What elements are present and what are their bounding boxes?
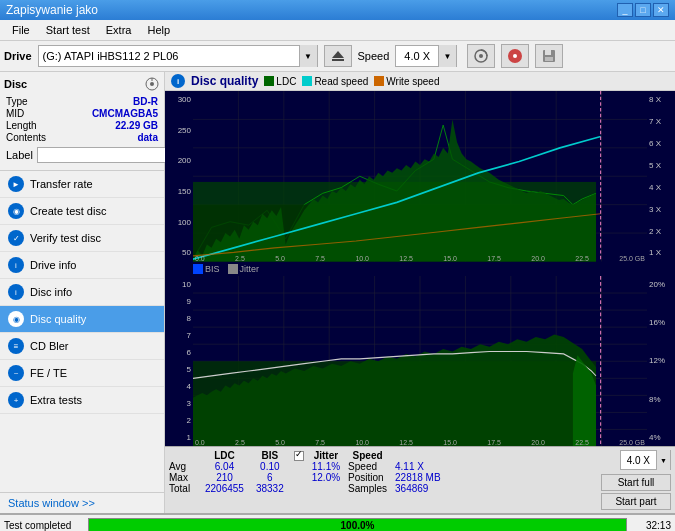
start-part-button[interactable]: Start part <box>601 493 671 510</box>
drive-info-icon: i <box>8 257 24 273</box>
svg-rect-8 <box>545 57 553 61</box>
x2-225: 22.5 <box>575 439 589 446</box>
disc-quality-icon-header: i <box>171 74 185 88</box>
chart1-svg <box>193 91 647 262</box>
stats-header-speed: Speed <box>344 450 391 461</box>
stats-avg-jitter: 11.1% <box>308 461 344 472</box>
progress-bar-text: 100.0% <box>89 519 626 531</box>
y2-10: 10 <box>165 280 191 289</box>
y1-100: 100 <box>165 218 191 227</box>
create-test-disc-icon: ◉ <box>8 203 24 219</box>
sidebar-item-extra-tests-label: Extra tests <box>30 394 82 406</box>
stats-row-total: Total 2206455 38332 Samples 364869 <box>169 483 445 494</box>
chart2-svg-area: 0.0 2.5 5.0 7.5 10.0 12.5 15.0 17.5 20.0… <box>193 276 647 447</box>
svg-rect-7 <box>545 50 551 55</box>
drive-bar: Drive (G:) ATAPI iHBS112 2 PL06 ▼ Speed … <box>0 41 675 72</box>
yr1-5x: 5 X <box>649 161 675 170</box>
chart2-y-axis-left: 10 9 8 7 6 5 4 3 2 1 <box>165 276 193 447</box>
sidebar-item-cd-bler[interactable]: ≡ CD Bler <box>0 333 164 360</box>
sidebar-item-disc-info-label: Disc info <box>30 286 72 298</box>
y2-7: 7 <box>165 331 191 340</box>
jitter-checkbox[interactable]: ✓ <box>294 451 304 461</box>
disc-label-input[interactable] <box>37 147 166 163</box>
sidebar-item-disc-quality[interactable]: ◉ Disc quality <box>0 306 164 333</box>
x2-125: 12.5 <box>399 439 413 446</box>
disc-mid-label: MID <box>6 108 24 119</box>
sidebar-item-verify-test-disc[interactable]: ✓ Verify test disc <box>0 225 164 252</box>
x1-225: 22.5 <box>575 255 589 262</box>
sidebar-item-disc-info[interactable]: i Disc info <box>0 279 164 306</box>
speed-select-arrow[interactable]: ▼ <box>656 450 670 470</box>
svg-point-5 <box>513 54 517 58</box>
stats-avg-bis: 0.10 <box>250 461 290 472</box>
sidebar-item-fe-te[interactable]: ~ FE / TE <box>0 360 164 387</box>
chart1-svg-area: 0.0 2.5 5.0 7.5 10.0 12.5 15.0 17.5 20.0… <box>193 91 647 262</box>
title-bar: Zapisywanie jako _ □ ✕ <box>0 0 675 20</box>
status-window-button[interactable]: Status window >> <box>0 492 164 513</box>
stats-bar: LDC BIS ✓ Jitter Speed Avg 6 <box>165 446 675 513</box>
speed-dropdown-arrow[interactable]: ▼ <box>438 45 456 67</box>
stats-position-label: Position <box>344 472 391 483</box>
close-button[interactable]: ✕ <box>653 3 669 17</box>
stats-row-max: Max 210 6 12.0% Position 22818 MB <box>169 472 445 483</box>
speed-label: Speed <box>358 50 390 62</box>
status-text: Test completed <box>4 520 84 531</box>
disc-label-label: Label <box>6 149 33 161</box>
save-icon-button[interactable] <box>535 44 563 68</box>
chart1-container: 300 250 200 150 100 50 <box>165 91 675 262</box>
sidebar-item-disc-quality-label: Disc quality <box>30 313 86 325</box>
disc-mid-row: MID CMCMAGBA5 <box>4 108 160 119</box>
x1-75: 7.5 <box>315 255 325 262</box>
disc-contents-label: Contents <box>6 132 46 143</box>
stats-speed-label2: Speed <box>344 461 391 472</box>
sidebar-item-extra-tests[interactable]: + Extra tests <box>0 387 164 414</box>
disc-section-header: Disc <box>4 76 160 92</box>
yr2-12: 12% <box>649 356 675 365</box>
stats-position-value: 22818 MB <box>391 472 445 483</box>
disc-contents-value: data <box>137 132 158 143</box>
chart2-legend: BIS Jitter <box>165 262 675 276</box>
spin-icon-button[interactable] <box>467 44 495 68</box>
stats-samples-label: Samples <box>344 483 391 494</box>
y2-4: 4 <box>165 382 191 391</box>
maximize-button[interactable]: □ <box>635 3 651 17</box>
menu-help[interactable]: Help <box>139 22 178 38</box>
yr2-20: 20% <box>649 280 675 289</box>
eject-button[interactable] <box>324 45 352 67</box>
minimize-button[interactable]: _ <box>617 3 633 17</box>
disc-icon-button[interactable] <box>501 44 529 68</box>
sidebar-item-drive-info[interactable]: i Drive info <box>0 252 164 279</box>
y1-250: 250 <box>165 126 191 135</box>
disc-length-label: Length <box>6 120 37 131</box>
start-full-button[interactable]: Start full <box>601 474 671 491</box>
menu-start-test[interactable]: Start test <box>38 22 98 38</box>
extra-tests-icon: + <box>8 392 24 408</box>
stats-samples-value: 364869 <box>391 483 445 494</box>
y2-2: 2 <box>165 416 191 425</box>
ldc-color <box>264 76 274 86</box>
sidebar-item-verify-test-disc-label: Verify test disc <box>30 232 101 244</box>
yr1-6x: 6 X <box>649 139 675 148</box>
chart2-container: 10 9 8 7 6 5 4 3 2 1 <box>165 276 675 447</box>
progress-bar: 100.0% <box>88 518 627 531</box>
disc-quality-header: i Disc quality LDC Read speed Write spee… <box>165 72 675 91</box>
disc-quality-title: Disc quality <box>191 74 258 88</box>
stats-speed-value: 4.11 X <box>391 461 445 472</box>
fe-te-icon: ~ <box>8 365 24 381</box>
disc-section-icon <box>144 76 160 92</box>
sidebar-item-transfer-rate[interactable]: ► Transfer rate <box>0 171 164 198</box>
chart1-y-axis-right: 8 X 7 X 6 X 5 X 4 X 3 X 2 X 1 X <box>647 91 675 262</box>
yr1-8x: 8 X <box>649 95 675 104</box>
legend-bis: BIS <box>193 264 220 274</box>
x1-0: 0.0 <box>195 255 205 262</box>
chart2-y-axis-right: 20% 16% 12% 8% 4% <box>647 276 675 447</box>
x2-50: 5.0 <box>275 439 285 446</box>
y2-3: 3 <box>165 399 191 408</box>
menu-file[interactable]: File <box>4 22 38 38</box>
sidebar-item-create-test-disc[interactable]: ◉ Create test disc <box>0 198 164 225</box>
speed-select-control[interactable]: 4.0 X ▼ <box>620 450 671 470</box>
speed-select-value: 4.0 X <box>621 455 656 466</box>
menu-extra[interactable]: Extra <box>98 22 140 38</box>
drive-dropdown-arrow[interactable]: ▼ <box>299 45 317 67</box>
drive-value: (G:) ATAPI iHBS112 2 PL06 <box>39 50 299 62</box>
